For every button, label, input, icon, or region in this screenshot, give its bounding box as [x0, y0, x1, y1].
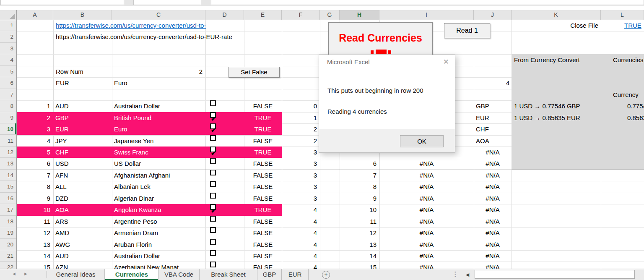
- cell-index[interactable]: 9: [340, 193, 377, 204]
- cell-result[interactable]: GBP: [476, 100, 509, 112]
- cell-lookup[interactable]: #N/A: [379, 158, 474, 169]
- row-header-16[interactable]: 16: [0, 193, 16, 204]
- row-header-18[interactable]: 18: [0, 216, 16, 227]
- cell-currency-code[interactable]: AUD: [55, 250, 110, 262]
- cell-result[interactable]: #N/A: [474, 170, 512, 181]
- row-header-8[interactable]: 8: [0, 100, 16, 112]
- row-header-12[interactable]: 12: [0, 147, 16, 158]
- cell-currency-name[interactable]: Swiss Franc: [114, 147, 207, 158]
- cell-currency-code[interactable]: ARS: [55, 216, 110, 227]
- cell-row-number[interactable]: 5: [17, 147, 50, 158]
- cell-selected-flag[interactable]: TRUE: [244, 123, 282, 135]
- cell-lookup[interactable]: #N/A: [379, 204, 474, 215]
- cell-currency-name[interactable]: Argentine Peso: [114, 216, 207, 227]
- cell-index[interactable]: 10: [340, 204, 377, 215]
- cell-index[interactable]: 6: [340, 158, 377, 169]
- cell-selected-flag[interactable]: FALSE: [244, 170, 282, 181]
- cell-currency-name[interactable]: Aruban Florin: [114, 239, 207, 250]
- cell-l4-currencies-header[interactable]: Currencies: [613, 54, 644, 65]
- cell-result[interactable]: #N/A: [474, 147, 512, 158]
- cell-row-number[interactable]: 11: [17, 216, 50, 227]
- dialog-titlebar[interactable]: Microsoft Excel ✕: [319, 55, 455, 69]
- cell-row-number[interactable]: 3: [17, 123, 50, 135]
- cell-lookup[interactable]: #N/A: [379, 216, 474, 227]
- cell-currency-code[interactable]: EUR: [55, 123, 110, 135]
- row-header-3[interactable]: 3: [0, 43, 16, 54]
- currency-checkbox[interactable]: [210, 181, 216, 187]
- row-header-6[interactable]: 6: [0, 77, 16, 89]
- row-header-13[interactable]: 13: [0, 158, 16, 169]
- cell-b5-row-num-label[interactable]: Row Num: [56, 66, 83, 77]
- sheet-tab-general-ideas[interactable]: General Ideas: [47, 269, 105, 280]
- cell-result[interactable]: EUR: [476, 112, 509, 123]
- currency-checkbox[interactable]: [210, 216, 216, 222]
- cell-row-number[interactable]: 1: [17, 100, 50, 112]
- cell-result[interactable]: #N/A: [474, 181, 512, 192]
- row-header-11[interactable]: 11: [0, 135, 16, 147]
- row-header-10[interactable]: 10: [0, 123, 16, 135]
- new-sheet-button[interactable]: +: [322, 271, 330, 279]
- cell-currency-name[interactable]: Japanese Yen: [114, 135, 207, 147]
- cell-count[interactable]: 0: [282, 100, 317, 112]
- cell-b2-url-text[interactable]: https://transferwise.com/us/currency-con…: [56, 31, 232, 42]
- cell-currency-name[interactable]: British Pound: [114, 112, 207, 123]
- scrollbar-resize-handle[interactable]: ▪▪▪: [454, 271, 456, 277]
- column-header-g[interactable]: G: [320, 10, 340, 20]
- column-header-h[interactable]: H: [340, 10, 379, 20]
- currency-checkbox[interactable]: ✔: [210, 147, 216, 152]
- sheet-tab-currencies[interactable]: Currencies: [105, 269, 158, 280]
- tab-scroll-right-icon[interactable]: ►: [23, 271, 28, 276]
- column-header-k[interactable]: K: [512, 10, 601, 20]
- currency-checkbox[interactable]: ✔: [210, 112, 216, 118]
- row-header-5[interactable]: 5: [0, 66, 16, 77]
- cell-count[interactable]: 4: [282, 216, 317, 227]
- currency-checkbox[interactable]: [210, 100, 216, 106]
- cell-selected-flag[interactable]: TRUE: [244, 112, 282, 123]
- currency-checkbox[interactable]: [210, 158, 216, 164]
- cell-selected-flag[interactable]: TRUE: [244, 204, 282, 215]
- cell-selected-flag[interactable]: FALSE: [244, 100, 282, 112]
- tab-scroll-left-icon[interactable]: ◄: [12, 271, 16, 276]
- select-all-corner[interactable]: [0, 10, 17, 20]
- currency-checkbox[interactable]: [210, 262, 216, 267]
- cell-selected-flag[interactable]: FALSE: [244, 216, 282, 227]
- dialog-close-icon[interactable]: ✕: [443, 58, 449, 66]
- cell-count[interactable]: 2: [282, 135, 317, 147]
- cell-currency-name[interactable]: Australian Dollar: [114, 250, 207, 262]
- row-header-14[interactable]: 14: [0, 170, 16, 181]
- cell-currency-name[interactable]: Afghanistan Afghani: [114, 170, 207, 181]
- cell-count[interactable]: 4: [282, 227, 317, 238]
- column-header-j[interactable]: J: [474, 10, 512, 20]
- cell-c5-row-num-value[interactable]: 2: [112, 66, 203, 77]
- cell-row-number[interactable]: 2: [17, 112, 50, 123]
- cell-count[interactable]: 3: [282, 193, 317, 204]
- cell-selected-flag[interactable]: FALSE: [244, 239, 282, 250]
- column-header-b[interactable]: B: [53, 10, 112, 20]
- cell-selected-flag[interactable]: FALSE: [244, 227, 282, 238]
- cell-lookup[interactable]: #N/A: [379, 239, 474, 250]
- ok-button[interactable]: OK: [400, 135, 444, 147]
- read-1-button[interactable]: Read 1: [444, 23, 490, 38]
- column-header-l[interactable]: L: [601, 10, 644, 20]
- row-header-20[interactable]: 20: [0, 239, 16, 250]
- cell-k8-gbp-rate[interactable]: 1 USD → 0.77546 GBP: [514, 100, 580, 112]
- cell-row-number[interactable]: 4: [17, 135, 50, 147]
- cell-currency-code[interactable]: USD: [55, 158, 110, 169]
- cell-count[interactable]: 3: [282, 181, 317, 192]
- column-header-i[interactable]: I: [379, 10, 474, 20]
- cell-currency-code[interactable]: AMD: [55, 227, 110, 238]
- cell-l1-close-file-toggle[interactable]: TRUE: [624, 20, 641, 31]
- cell-currency-code[interactable]: AFN: [55, 170, 110, 181]
- cell-row-number[interactable]: 7: [17, 170, 50, 181]
- cell-currency-code[interactable]: ALL: [55, 181, 110, 192]
- cell-k9-eur-rate[interactable]: 1 USD → 0.85635 EUR: [514, 112, 580, 123]
- cell-lookup[interactable]: #N/A: [379, 181, 474, 192]
- cell-selected-flag[interactable]: FALSE: [244, 193, 282, 204]
- cell-b6-selected-code[interactable]: EUR: [56, 77, 69, 89]
- cell-currency-name[interactable]: Euro: [114, 123, 207, 135]
- cell-currency-code[interactable]: AWG: [55, 239, 110, 250]
- cell-result[interactable]: #N/A: [474, 204, 512, 215]
- cell-count[interactable]: 3: [282, 170, 317, 181]
- cell-selected-flag[interactable]: FALSE: [244, 158, 282, 169]
- insert-function-box[interactable]: [133, 0, 201, 5]
